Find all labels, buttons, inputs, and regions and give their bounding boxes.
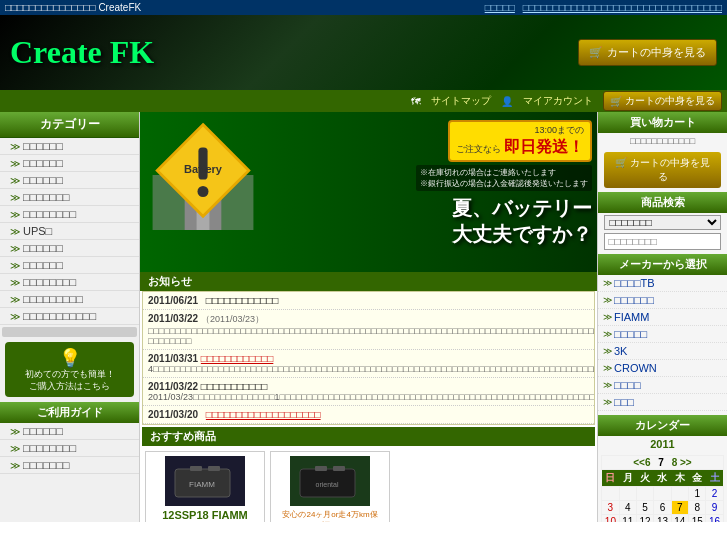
main-layout: カテゴリー □□□□□□ □□□□□□ □□□□□□ □□□□□□□ □□□□□… (0, 112, 727, 522)
nav-bar: 🗺 サイトマップ 👤 マイアカウント 🛒 カートの中身を見る (0, 90, 727, 112)
svg-rect-13 (333, 466, 345, 471)
calendar-cell[interactable]: 6 (654, 501, 671, 515)
calendar-cell[interactable]: 9 (706, 501, 723, 515)
maker-item-1[interactable]: □□□□□□ (598, 292, 727, 309)
svg-rect-9 (208, 466, 220, 471)
guide-item-0[interactable]: □□□□□□ (0, 423, 139, 440)
maker-item-5[interactable]: CROWN (598, 360, 727, 377)
sidebar-item-7[interactable]: □□□□□□ (0, 257, 139, 274)
center-content: Battery 13:00までの ご注文なら 即日発送！ ※在庫切れの場合はご連… (140, 112, 597, 522)
svg-rect-12 (315, 466, 327, 471)
nav-cart-button[interactable]: 🛒 カートの中身を見る (603, 91, 722, 111)
search-section-title: 商品検索 (598, 192, 727, 213)
notice-item-0: 2011/06/21 □□□□□□□□□□□□ (143, 292, 594, 310)
svg-point-5 (198, 186, 209, 197)
top-link-1[interactable]: □□□□□ (485, 2, 515, 13)
sidebar-item-8[interactable]: □□□□□□□□ (0, 274, 139, 291)
calendar-cell[interactable]: 2 (706, 487, 723, 501)
banner-area: Battery 13:00までの ご注文なら 即日発送！ ※在庫切れの場合はご連… (140, 112, 597, 272)
svg-text:oriental: oriental (316, 481, 339, 488)
banner-text: 13:00までの ご注文なら 即日発送！ ※在庫切れの場合はご連絡いたします ※… (416, 120, 592, 247)
notice-item-1: 2011/03/22（2011/03/23） □□□□□□□□□□□□□□□□□… (143, 310, 594, 350)
calendar-cell[interactable]: 16 (706, 515, 723, 523)
sidebar-item-0[interactable]: □□□□□□ (0, 138, 139, 155)
calendar-cell (671, 487, 688, 501)
calendar-cell (636, 487, 653, 501)
maker-item-0[interactable]: □□□□TB (598, 275, 727, 292)
calendar-cell[interactable]: 14 (671, 515, 688, 523)
breadcrumb: □□□□□□□□□□□□□□□ CreateFK (5, 2, 141, 13)
product-battery-img-0: FIAMM (170, 461, 240, 501)
product-card-1: oriental 安心の24ヶ月or走4万km保証！ 105D31 orient… (270, 451, 390, 522)
calendar-cell[interactable]: 10 (602, 515, 619, 523)
makers-list: □□□□TB□□□□□□FIAMM□□□□□3KCROWN□□□□□□□ (598, 275, 727, 411)
notice-item-3: 2011/03/22 □□□□□□□□□□□ 2011/03/23□□□□□□□… (143, 378, 594, 406)
guide-item-2[interactable]: □□□□□□□ (0, 457, 139, 474)
sidebar-item-9[interactable]: □□□□□□□□□ (0, 291, 139, 308)
nav-map-icon: 🗺 (411, 96, 421, 107)
sidebar-item-6[interactable]: □□□□□□ (0, 240, 139, 257)
calendar-cell[interactable]: 12 (636, 515, 653, 523)
cart-button-top[interactable]: 🛒 カートの中身を見る (578, 39, 717, 66)
calendar-cell[interactable]: 11 (619, 515, 636, 523)
recommended-title: おすすめ商品 (142, 427, 595, 446)
calendar-table: <<6 7 8 >> 日月火水木金土 123456789101112131415… (601, 455, 724, 522)
sidebar-item-5[interactable]: UPS□ (0, 223, 139, 240)
sidebar-item-10[interactable]: □□□□□□□□□□□ (0, 308, 139, 325)
myaccount-link[interactable]: マイアカウント (523, 94, 593, 108)
svg-text:FIAMM: FIAMM (189, 480, 215, 489)
calendar-cell[interactable]: 1 (689, 487, 706, 501)
sidebar-item-3[interactable]: □□□□□□□ (0, 189, 139, 206)
maker-item-2[interactable]: FIAMM (598, 309, 727, 326)
product-card-0: FIAMM 12SSP18 FIAMM □□□□□5□□ (145, 451, 265, 522)
nav-cart-icon: 🛒 (610, 96, 622, 107)
sidebar-item-2[interactable]: □□□□□□ (0, 172, 139, 189)
calendar-cell[interactable]: 8 (689, 501, 706, 515)
top-nav-links: □□□□□ □□□□□□□□□□□□□□□□□□□□□□□□□□□□□□□□□ (485, 2, 722, 13)
calendar-cell[interactable]: 15 (689, 515, 706, 523)
product-img-0: FIAMM (165, 456, 245, 506)
product-img-1: oriental (290, 456, 370, 506)
category-title: カテゴリー (0, 112, 139, 138)
calendar-month: 7 (658, 457, 664, 468)
left-sidebar: カテゴリー □□□□□□ □□□□□□ □□□□□□ □□□□□□□ □□□□□… (0, 112, 140, 522)
logo-area: Create FK 🛒 カートの中身を見る (0, 15, 727, 90)
guide-item-1[interactable]: □□□□□□□□ (0, 440, 139, 457)
cal-next-button[interactable]: 8 >> (672, 457, 692, 468)
calendar-cell (619, 487, 636, 501)
search-select[interactable]: □□□□□□□ (604, 215, 720, 230)
calendar-cell[interactable]: 7 (671, 501, 688, 515)
calendar-cell (654, 487, 671, 501)
usage-guide-title: ご利用ガイド (0, 402, 139, 423)
sidebar-scrollbar[interactable] (2, 327, 137, 337)
cart-contents-text: □□□□□□□□□□□□ (598, 133, 727, 149)
top-link-2[interactable]: □□□□□□□□□□□□□□□□□□□□□□□□□□□□□□□□□ (523, 2, 722, 13)
product-img-wrapper-1: oriental 安心の24ヶ月or走4万km保証！ (275, 456, 385, 522)
product-battery-img-1: oriental (295, 461, 365, 501)
maker-item-4[interactable]: 3K (598, 343, 727, 360)
maker-item-7[interactable]: □□□ (598, 394, 727, 411)
maker-item-6[interactable]: □□□□ (598, 377, 727, 394)
sidebar-item-1[interactable]: □□□□□□ (0, 155, 139, 172)
nav-user-icon: 👤 (501, 96, 513, 107)
svg-text:Battery: Battery (184, 163, 223, 175)
right-sidebar: 買い物カート □□□□□□□□□□□□ 🛒 カートの中身を見る 商品検索 □□□… (597, 112, 727, 522)
calendar-cell[interactable]: 3 (602, 501, 619, 515)
maker-item-3[interactable]: □□□□□ (598, 326, 727, 343)
product-name-0: 12SSP18 FIAMM (150, 509, 260, 521)
calendar-cell[interactable]: 4 (619, 501, 636, 515)
sidebar-item-4[interactable]: □□□□□□□□ (0, 206, 139, 223)
notice-area: 2011/06/21 □□□□□□□□□□□□ 2011/03/22（2011/… (142, 291, 595, 425)
cal-prev-button[interactable]: <<6 (633, 457, 650, 468)
sitemap-link[interactable]: サイトマップ (431, 94, 491, 108)
cart-icon: 🛒 (589, 46, 603, 59)
search-input[interactable] (604, 233, 720, 250)
purchase-guide-box[interactable]: 💡 初めての方でも簡単！ご購入方法はこちら (5, 342, 134, 397)
notice-item-4: 2011/03/20 □□□□□□□□□□□□□□□□□□□ (143, 406, 594, 424)
calendar-cell[interactable]: 13 (654, 515, 671, 523)
battery-caution-sign: Battery (148, 120, 258, 230)
guide-icon: 💡 (10, 347, 129, 369)
products-grid: FIAMM 12SSP18 FIAMM □□□□□5□□ oriental (140, 446, 597, 522)
calendar-cell[interactable]: 5 (636, 501, 653, 515)
cart-view-button[interactable]: 🛒 カートの中身を見る (604, 152, 720, 188)
